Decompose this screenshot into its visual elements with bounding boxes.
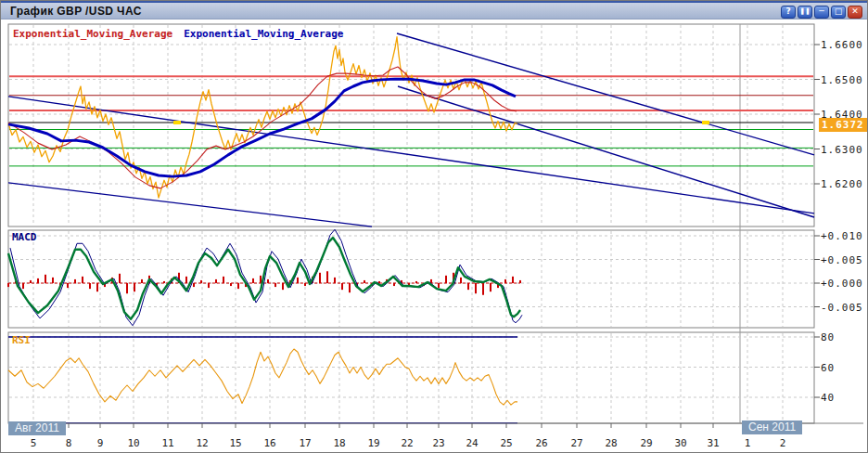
macd-histogram-bar xyxy=(349,283,351,292)
macd-histogram-bar xyxy=(460,278,462,283)
macd-histogram-bar xyxy=(341,283,343,290)
macd-histogram-bar xyxy=(67,283,69,288)
macd-histogram-bar xyxy=(126,283,128,293)
minimize-button[interactable]: ─ xyxy=(814,6,829,19)
y-axis-label: +0.000 xyxy=(821,278,863,290)
macd-histogram-bar xyxy=(215,279,217,283)
macd-histogram-bar xyxy=(37,278,39,283)
day-label: 10 xyxy=(127,437,139,449)
panel-rsi xyxy=(8,332,814,423)
day-label: 23 xyxy=(432,437,444,449)
window-controls: ? ❚❚ ─ □ ✕ xyxy=(781,6,862,19)
window-titlebar[interactable]: График GBP /USD ЧАС ? ❚❚ ─ □ ✕ xyxy=(1,1,867,19)
macd-histogram-bar xyxy=(52,278,54,283)
macd-histogram-bar xyxy=(96,283,98,291)
day-label: 8 xyxy=(66,437,72,449)
y-axis-label: 1.6600 xyxy=(821,39,863,51)
legend-ema-blue: Exponential_Moving_Average xyxy=(184,28,343,40)
macd-histogram-bar xyxy=(200,280,202,283)
macd-histogram-bar xyxy=(163,281,165,283)
indicator-legend: Exponential_Moving_AverageExponential_Mo… xyxy=(13,28,343,40)
current-price-badge: 1.6372 xyxy=(819,118,867,132)
macd-histogram-bar xyxy=(134,283,135,291)
macd-histogram-bar xyxy=(475,283,477,293)
chart-window: График GBP /USD ЧАС ? ❚❚ ─ □ ✕ 1.66001.6… xyxy=(0,0,868,453)
day-label: 24 xyxy=(466,437,479,449)
macd-histogram-bar xyxy=(74,279,76,283)
macd-histogram-bar xyxy=(260,276,262,283)
macd-histogram-bar xyxy=(334,278,336,283)
y-axis-label: 1.6500 xyxy=(821,74,863,86)
day-label: 11 xyxy=(161,437,173,449)
y-axis-label: 1.6200 xyxy=(821,178,863,190)
pause-button[interactable]: ❚❚ xyxy=(798,6,812,19)
macd-histogram-bar xyxy=(252,278,254,283)
month-badge-aug: Авг 2011 xyxy=(8,421,66,435)
macd-histogram-bar xyxy=(223,277,224,283)
window-title: График GBP /USD ЧАС xyxy=(10,5,142,18)
macd-histogram-bar xyxy=(490,283,491,291)
macd-histogram-bar xyxy=(512,277,514,283)
macd-histogram-bar xyxy=(482,283,484,295)
day-label: 22 xyxy=(401,437,413,449)
macd-histogram-bar xyxy=(208,283,210,288)
day-label: 5 xyxy=(31,437,37,449)
month-badge-sep: Сен 2011 xyxy=(742,421,802,434)
chart-content: 1.66001.65001.64001.63001.6200+0.010+0.0… xyxy=(1,19,868,453)
macd-histogram-bar xyxy=(89,283,91,289)
macd-histogram-bar xyxy=(30,280,32,283)
day-label: 25 xyxy=(500,437,512,449)
y-axis-label: 80 xyxy=(821,331,835,343)
macd-histogram-bar xyxy=(185,277,187,283)
macd-histogram-bar xyxy=(319,273,321,283)
macd-histogram-bar xyxy=(393,283,395,286)
macd-histogram-bar xyxy=(467,283,469,290)
macd-histogram-bar xyxy=(119,274,121,283)
line-handle xyxy=(702,121,709,124)
macd-histogram-bar xyxy=(519,280,521,283)
macd-histogram-bar xyxy=(82,277,83,283)
macd-histogram-bar xyxy=(237,283,239,289)
rsi-panel-label: RSI xyxy=(12,334,31,346)
macd-histogram-bar xyxy=(274,283,276,287)
day-label: 9 xyxy=(97,437,104,449)
macd-histogram-bar xyxy=(364,280,365,283)
y-axis-label: -0.005 xyxy=(821,302,863,314)
macd-histogram-bar xyxy=(22,283,24,289)
day-label: 31 xyxy=(707,437,719,449)
macd-histogram-bar xyxy=(378,281,380,283)
y-axis-label: +0.010 xyxy=(821,230,863,242)
day-label: 17 xyxy=(299,437,311,449)
y-axis-label: +0.005 xyxy=(821,254,863,266)
macd-histogram-bar xyxy=(141,279,143,283)
line-handle xyxy=(173,121,181,124)
macd-histogram-bar xyxy=(230,283,232,286)
macd-histogram-bar xyxy=(304,283,306,286)
day-label: 18 xyxy=(333,437,345,449)
day-label: 1 xyxy=(745,437,751,449)
y-axis-label: 1.6300 xyxy=(821,144,863,156)
y-axis-label: 40 xyxy=(821,392,835,404)
macd-histogram-bar xyxy=(193,283,195,287)
help-button[interactable]: ? xyxy=(781,6,796,19)
macd-histogram-bar xyxy=(438,283,440,288)
macd-histogram-bar xyxy=(445,276,447,283)
day-label: 27 xyxy=(570,437,582,449)
macd-histogram-bar xyxy=(504,279,506,283)
day-label: 15 xyxy=(229,437,241,449)
day-label: 29 xyxy=(640,437,652,449)
chart-canvas[interactable]: 1.66001.65001.64001.63001.6200+0.010+0.0… xyxy=(1,19,868,453)
macd-histogram-bar xyxy=(415,281,417,283)
day-label: 12 xyxy=(196,437,208,449)
day-label: 19 xyxy=(367,437,379,449)
maximize-button[interactable]: □ xyxy=(831,6,846,19)
macd-histogram-bar xyxy=(267,279,269,283)
macd-histogram-bar xyxy=(282,283,284,290)
y-axis-label: 60 xyxy=(821,362,835,374)
day-label: 30 xyxy=(674,437,686,449)
day-label: 2 xyxy=(780,437,786,449)
day-label: 28 xyxy=(605,437,617,449)
macd-histogram-bar xyxy=(7,283,9,287)
close-button[interactable]: ✕ xyxy=(848,6,862,19)
legend-ema-red: Exponential_Moving_Average xyxy=(13,28,172,40)
